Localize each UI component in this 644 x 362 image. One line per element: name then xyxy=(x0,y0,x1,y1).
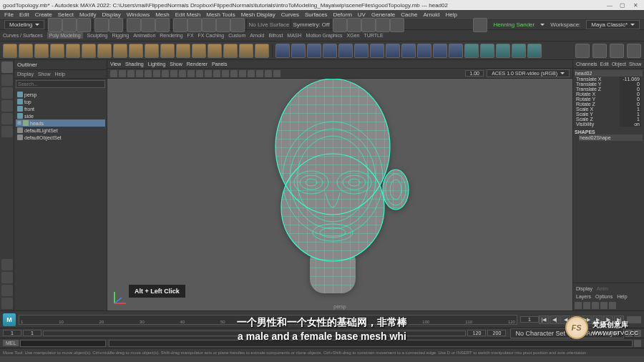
polysuper-icon[interactable] xyxy=(223,44,238,58)
snap-live-icon[interactable] xyxy=(230,18,245,32)
current-frame-input[interactable] xyxy=(520,316,539,323)
append-icon[interactable] xyxy=(417,44,431,58)
layer-menu-options[interactable]: Options xyxy=(595,294,613,299)
polyprism-icon[interactable] xyxy=(145,44,159,58)
layout-persp-icon[interactable] xyxy=(1,285,13,296)
vp-tool-icon[interactable] xyxy=(265,70,272,77)
range-start-input[interactable] xyxy=(23,330,42,336)
go-start-button[interactable]: |◀ xyxy=(539,315,549,324)
vp-menu-shading[interactable]: Shading xyxy=(125,62,144,67)
polypipe-icon[interactable] xyxy=(160,44,175,58)
toggle-icon-1[interactable] xyxy=(333,18,347,32)
polyplatonic-icon[interactable] xyxy=(113,44,127,58)
mirror-icon[interactable] xyxy=(338,44,353,58)
script-editor-icon[interactable] xyxy=(634,340,641,347)
crease-icon[interactable] xyxy=(512,44,526,58)
vp-tool-icon[interactable] xyxy=(273,70,280,77)
vp-tool-icon[interactable] xyxy=(230,70,238,77)
new-scene-icon[interactable] xyxy=(48,18,62,32)
fill-icon[interactable] xyxy=(401,44,416,58)
vp-menu-lighting[interactable]: Lighting xyxy=(148,62,166,67)
layer-menu-help[interactable]: Help xyxy=(617,294,627,299)
tree-item-persp[interactable]: persp xyxy=(16,91,105,98)
tree-item-lightset[interactable]: defaultLightSet xyxy=(16,127,105,134)
tree-item-top[interactable]: top xyxy=(16,98,105,105)
layer-tab-display[interactable]: Display xyxy=(576,286,592,291)
polycube-icon[interactable] xyxy=(19,44,33,58)
svg-icon[interactable] xyxy=(255,44,269,58)
menu-editmesh[interactable]: Edit Mesh xyxy=(175,11,201,18)
undo-icon[interactable] xyxy=(94,18,109,32)
vp-tool-icon[interactable] xyxy=(110,70,117,77)
polycylinder-icon[interactable] xyxy=(34,44,49,58)
polyhelix-icon[interactable] xyxy=(176,44,190,58)
step-back-button[interactable]: ◀| xyxy=(550,315,560,324)
shelf-tab[interactable]: MASH xyxy=(287,33,301,38)
tree-item-objectset[interactable]: defaultObjectSet xyxy=(16,134,105,141)
layout-four-icon[interactable] xyxy=(1,272,13,283)
vp-menu-show[interactable]: Show xyxy=(170,62,182,67)
menu-meshdisplay[interactable]: Mesh Display xyxy=(241,11,275,18)
outliner-menu-show[interactable]: Show xyxy=(38,72,51,77)
viewport-canvas[interactable]: Alt + Left Click persp xyxy=(107,79,572,310)
polysphere-icon[interactable] xyxy=(3,44,17,58)
layer-tab-anim[interactable]: Anim xyxy=(597,286,608,291)
vp-tool-icon[interactable] xyxy=(119,70,126,77)
menu-select[interactable]: Select xyxy=(58,11,74,18)
shelf-tab[interactable]: Custom xyxy=(228,33,245,38)
shelf-tab-active[interactable]: Poly Modeling xyxy=(47,32,83,39)
menu-file[interactable]: File xyxy=(4,11,14,18)
shelf-tab[interactable]: Arnold xyxy=(250,33,264,38)
menu-help[interactable]: Help xyxy=(446,11,457,18)
toggle-icon-2[interactable] xyxy=(347,18,361,32)
menu-arnold[interactable]: Arnold xyxy=(423,11,439,18)
connect-icon[interactable] xyxy=(449,44,463,58)
search-input[interactable] xyxy=(16,80,105,88)
vp-menu-view[interactable]: View xyxy=(110,62,121,67)
target-weld-icon[interactable] xyxy=(480,44,494,58)
polysoccer-icon[interactable] xyxy=(208,44,222,58)
polypyramid-icon[interactable] xyxy=(129,44,143,58)
separate-icon[interactable] xyxy=(291,44,306,58)
shape-name[interactable]: head02Shape xyxy=(579,134,643,141)
tree-item-heads[interactable]: ⊞heads xyxy=(16,119,105,127)
vp-tool-icon[interactable] xyxy=(205,70,212,77)
charset-dropdown[interactable]: No Character Set xyxy=(510,328,570,338)
scale-tool[interactable] xyxy=(1,126,13,137)
paint-select-icon[interactable] xyxy=(155,18,170,32)
symmetry-label[interactable]: Symmetry: Off xyxy=(293,21,329,28)
smooth-icon[interactable] xyxy=(307,44,321,58)
polyplane-icon[interactable] xyxy=(82,44,96,58)
bevel-icon[interactable] xyxy=(386,44,400,58)
menu-meshtools[interactable]: Mesh Tools xyxy=(206,11,235,18)
vp-tool-icon[interactable] xyxy=(187,70,195,77)
menu-create[interactable]: Create xyxy=(35,11,52,18)
layer-icon[interactable] xyxy=(600,302,608,309)
polytype-icon[interactable] xyxy=(239,44,253,58)
colorspace-dropdown[interactable]: ACES 1.0 SDR-video (sRGB) xyxy=(487,69,570,77)
lasso-icon[interactable] xyxy=(141,18,155,32)
paint-tool[interactable] xyxy=(1,87,13,99)
vp-tool-icon[interactable] xyxy=(162,70,169,77)
collapse-icon[interactable] xyxy=(433,44,447,58)
menu-deform[interactable]: Deform xyxy=(333,11,352,18)
shelf-tab[interactable]: XGen xyxy=(347,33,360,38)
chan-menu-edit[interactable]: Edit xyxy=(600,62,609,67)
vp-tool-icon[interactable] xyxy=(213,70,220,77)
vp-tool-icon[interactable] xyxy=(248,70,255,77)
move-tool[interactable] xyxy=(1,100,13,112)
layout-outliner-icon[interactable] xyxy=(1,298,13,309)
shelf-tab[interactable]: Curves / Surfaces xyxy=(3,33,43,38)
close-button[interactable]: ✕ xyxy=(630,1,641,9)
minimize-button[interactable]: — xyxy=(604,1,615,9)
layer-icon[interactable] xyxy=(575,302,582,309)
attribute-editor-icon[interactable] xyxy=(610,44,624,58)
anim-start-input[interactable] xyxy=(3,330,21,336)
shelf-tab[interactable]: TURTLE xyxy=(364,33,383,38)
outliner-menu-help[interactable]: Help xyxy=(54,72,64,77)
menu-curves[interactable]: Curves xyxy=(281,11,299,18)
maximize-button[interactable]: ▢ xyxy=(617,1,628,9)
snap-point-icon[interactable] xyxy=(202,18,216,32)
shelf-tab[interactable]: Bifrost xyxy=(269,33,283,38)
polygear-icon[interactable] xyxy=(192,44,206,58)
